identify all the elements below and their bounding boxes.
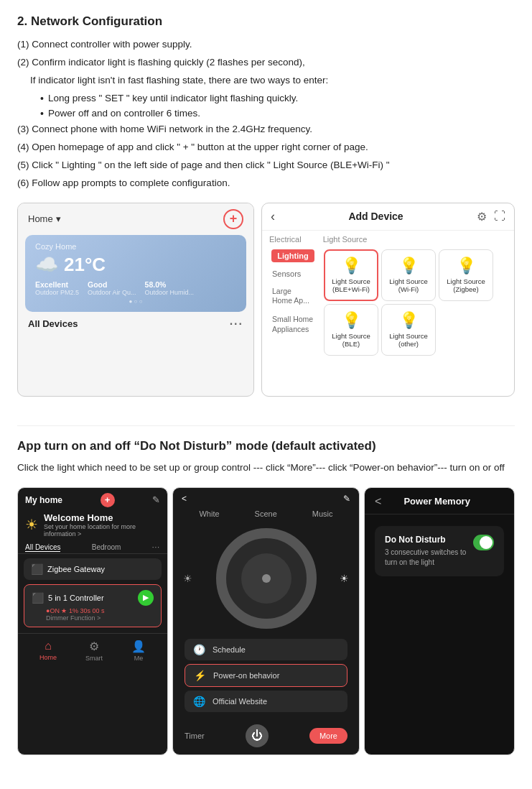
bs1-zigbee-gateway[interactable]: ⬛ Zigbee Gateway	[24, 558, 162, 580]
settings-icon[interactable]: ⚙	[477, 210, 487, 223]
bs3-toggle-row: Do Not Disturb 3 consecutive switches to…	[375, 526, 504, 576]
bs3-back-icon[interactable]: <	[375, 495, 381, 508]
bs3-dnd-subtitle: 3 consecutive switches to turn on the li…	[385, 548, 473, 568]
all-devices-header: All Devices ···	[18, 312, 253, 333]
humid-stat: 58.0% Outdoor Humid...	[145, 280, 195, 296]
bs3-title: Power Memory	[381, 496, 493, 507]
bs1-ctrl-func[interactable]: Dimmer Function >	[32, 614, 154, 622]
bs2-tab-music[interactable]: Music	[312, 509, 333, 518]
gateway-icon: ⬛	[31, 563, 43, 575]
step2: (2) Confirm indicator light is flashing …	[17, 55, 515, 70]
bs2-power-button[interactable]: ⏻	[246, 724, 269, 747]
schedule-icon: 🕐	[193, 644, 205, 655]
device-card-wifi[interactable]: 💡 Light Source(Wi-Fi)	[381, 249, 436, 301]
step5: (5) Click " Lighting " on the left side …	[17, 158, 515, 173]
bs3-toggle-switch[interactable]	[473, 535, 494, 550]
device-cards-area: 💡 Light Source(BLE+Wi-Fi) 💡 Light Source…	[324, 249, 493, 356]
header-icons: ⚙ ⛶	[477, 210, 505, 223]
device-card-zigbee[interactable]: 💡 Light Source(Zigbee)	[439, 249, 493, 301]
bs2-knob-outer[interactable]	[216, 528, 317, 629]
bs1-bedroom-tab[interactable]: Bedroom	[92, 543, 121, 552]
lighting-category[interactable]: Lighting	[271, 249, 314, 262]
bs1-dots-menu[interactable]: ···	[152, 543, 160, 552]
bs1-plus-button[interactable]: +	[101, 493, 115, 507]
bs3-toggle-info: Do Not Disturb 3 consecutive switches to…	[385, 535, 473, 568]
power-memory-screenshot: < Power Memory Do Not Disturb 3 consecut…	[364, 487, 515, 755]
section2-title: 2. Network Configuration	[17, 14, 515, 29]
step4: (4) Open homepage of app and click " + "…	[17, 140, 515, 155]
bs2-edit-icon[interactable]: ✎	[343, 494, 350, 504]
bs2-right-sun-icon: ☀	[340, 573, 349, 584]
bs2-website-item[interactable]: 🌐 Official Website	[185, 691, 347, 712]
sensors-category[interactable]: Sensors	[266, 268, 319, 280]
air-stat: Good Outdoor Air Qu...	[88, 280, 136, 296]
website-icon: 🌐	[193, 696, 205, 707]
bullet1: Long press " SET " key until indicator l…	[40, 91, 515, 107]
bulb-icon: 💡	[399, 311, 419, 330]
bs2-tabs: White Scene Music	[173, 507, 359, 521]
temp-row: ☁️ 21°C	[35, 254, 236, 276]
bs1-bottom-nav: ⌂ Home ⚙ Smart 👤 Me	[18, 633, 167, 666]
add-device-title: Add Device	[348, 211, 403, 222]
bs2-header: < ✎	[173, 488, 359, 507]
bs2-more-button[interactable]: More	[309, 728, 347, 744]
bs2-tab-white[interactable]: White	[199, 509, 219, 518]
section3-desc: Click the light which need to be set up …	[17, 461, 515, 476]
bs1-controller[interactable]: ⬛ 5 in 1 Controller ▶ ●ON ★ 1% 30s 00 s …	[24, 584, 162, 627]
bs2-power-item[interactable]: ⚡ Power-on behavior	[185, 664, 347, 687]
bs1-green-button[interactable]: ▶	[138, 590, 154, 606]
electrical-label: Electrical	[269, 235, 302, 244]
bs1-nav-me[interactable]: 👤 Me	[131, 640, 146, 662]
device-card-ble-wifi[interactable]: 💡 Light Source(BLE+Wi-Fi)	[324, 249, 378, 301]
bs3-toggle-knob	[480, 536, 493, 549]
bs2-back-icon[interactable]: <	[182, 494, 187, 504]
smart-icon: ⚙	[89, 640, 99, 653]
bs2-knob-dot	[262, 574, 271, 583]
step6: (6) Follow app prompts to complete confi…	[17, 176, 515, 191]
bulb-icon: 💡	[399, 257, 419, 275]
device-card-ble[interactable]: 💡 Light Source(BLE)	[324, 304, 378, 356]
step1: (1) Connect controller with power supply…	[17, 37, 515, 52]
ctrl-icon: ⬛	[32, 592, 44, 604]
bs3-dnd-title: Do Not Disturb	[385, 535, 473, 545]
screenshots-row: Home ▾ + Cozy Home ☁️ 21°C Excellent Out…	[17, 203, 515, 397]
me-icon: 👤	[131, 640, 146, 653]
chevron-down-icon: ▾	[56, 213, 61, 224]
bs3-content: Do Not Disturb 3 consecutive switches to…	[365, 515, 514, 588]
bs3-header: < Power Memory	[365, 488, 514, 515]
bs2-knob-inner[interactable]	[241, 553, 291, 604]
bulb-icon: 💡	[342, 257, 361, 275]
bs2-knob-area: ☀ ☀	[173, 521, 359, 636]
back-icon[interactable]: ‹	[271, 209, 275, 224]
bs2-schedule-item[interactable]: 🕐 Schedule	[185, 639, 347, 660]
welcome-text: Welcome Home Set your home location for …	[44, 512, 160, 537]
left-mock-screenshot: Home ▾ + Cozy Home ☁️ 21°C Excellent Out…	[17, 203, 254, 397]
bs2-timer-label: Timer	[185, 732, 205, 740]
bs1-nav-home[interactable]: ⌂ Home	[39, 640, 57, 662]
dots-menu-icon[interactable]: ···	[230, 318, 243, 331]
device-card-other[interactable]: 💡 Light Source(other)	[381, 304, 436, 356]
bs2-tab-scene[interactable]: Scene	[255, 509, 277, 518]
large-home-category[interactable]: LargeHome Ap...	[266, 285, 319, 308]
top-categories: Electrical Light Source	[262, 231, 514, 246]
section-divider	[17, 425, 515, 426]
bs1-devices-tabs: All Devices Bedroom ···	[18, 539, 167, 554]
bs1-all-devices-tab[interactable]: All Devices	[25, 543, 60, 552]
fullscreen-icon[interactable]: ⛶	[494, 210, 505, 223]
power-icon: ⚡	[194, 670, 206, 681]
pm25-stat: Excellent Outdoor PM2.5	[35, 280, 79, 296]
cloud-icon: ☁️	[35, 254, 58, 276]
bs2-left-sun-icon: ☀	[183, 573, 192, 584]
small-home-category[interactable]: Small HomeAppliances	[266, 313, 319, 336]
plus-button[interactable]: +	[223, 209, 243, 229]
right-mock-screenshot: ‹ Add Device ⚙ ⛶ Electrical Light Source…	[261, 203, 515, 397]
bullet2: Power off and on controller 6 times.	[40, 106, 515, 122]
home-label: Home ▾	[28, 213, 61, 224]
welcome-row: ☀ Welcome Home Set your home location fo…	[18, 509, 167, 539]
sun-icon: ☀	[25, 516, 38, 533]
instructions: (1) Connect controller with power supply…	[17, 37, 515, 191]
bs1-nav-smart[interactable]: ⚙ Smart	[85, 640, 103, 662]
bs1-ctrl-stats: ●ON ★ 1% 30s 00 s	[32, 607, 154, 614]
section3-title: App turn on and off “Do Not Disturb” mod…	[17, 439, 515, 453]
weather-card: Cozy Home ☁️ 21°C Excellent Outdoor PM2.…	[25, 235, 246, 312]
